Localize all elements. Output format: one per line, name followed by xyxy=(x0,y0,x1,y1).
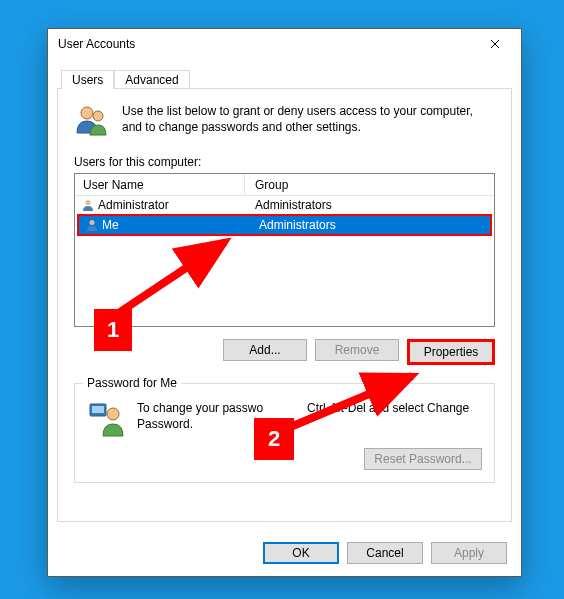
password-user-icon xyxy=(87,400,127,438)
users-list[interactable]: User Name Group Administrator Administra… xyxy=(74,173,495,327)
password-text: To change your passwoCtrl-Alt-Del and se… xyxy=(137,400,482,432)
intro-text: Use the list below to grant or deny user… xyxy=(122,103,495,137)
close-icon xyxy=(490,39,500,49)
cell-username: Administrator xyxy=(98,198,169,212)
titlebar: User Accounts xyxy=(48,29,521,59)
list-header: User Name Group xyxy=(75,174,494,196)
cancel-button[interactable]: Cancel xyxy=(347,542,423,564)
column-header-group[interactable]: Group xyxy=(245,174,494,195)
tabstrip: Users Advanced xyxy=(61,67,512,89)
table-row[interactable]: Me Administrators xyxy=(79,216,490,234)
svg-point-3 xyxy=(90,220,95,225)
users-list-label: Users for this computer: xyxy=(74,155,495,169)
remove-button[interactable]: Remove xyxy=(315,339,399,361)
svg-rect-5 xyxy=(92,406,104,413)
properties-button[interactable]: Properties xyxy=(407,339,495,365)
apply-button[interactable]: Apply xyxy=(431,542,507,564)
close-button[interactable] xyxy=(475,31,515,57)
user-accounts-window: User Accounts Users Advanced xyxy=(47,28,522,577)
ok-button[interactable]: OK xyxy=(263,542,339,564)
svg-point-1 xyxy=(93,111,103,121)
cell-group: Administrators xyxy=(249,218,490,232)
selected-row-highlight: Me Administrators xyxy=(77,214,492,236)
user-icon xyxy=(81,198,95,212)
add-button[interactable]: Add... xyxy=(223,339,307,361)
svg-point-2 xyxy=(86,200,91,205)
tab-users[interactable]: Users xyxy=(61,70,114,89)
svg-point-6 xyxy=(107,408,119,420)
intro-row: Use the list below to grant or deny user… xyxy=(74,103,495,137)
password-groupbox-title: Password for Me xyxy=(83,376,181,390)
reset-password-button[interactable]: Reset Password... xyxy=(364,448,482,470)
user-icon xyxy=(85,218,99,232)
list-button-row: Add... Remove Properties xyxy=(74,339,495,365)
tab-advanced[interactable]: Advanced xyxy=(114,70,189,89)
annotation-marker-2: 2 xyxy=(254,418,294,460)
svg-point-0 xyxy=(81,107,93,119)
users-icon xyxy=(74,103,110,137)
table-row[interactable]: Administrator Administrators xyxy=(75,196,494,214)
window-title: User Accounts xyxy=(58,37,135,51)
dialog-button-row: OK Cancel Apply xyxy=(48,530,521,576)
list-body: Administrator Administrators Me xyxy=(75,196,494,236)
column-header-username[interactable]: User Name xyxy=(75,174,245,195)
cell-username: Me xyxy=(102,218,119,232)
cell-group: Administrators xyxy=(245,198,494,212)
annotation-marker-1: 1 xyxy=(94,309,132,351)
